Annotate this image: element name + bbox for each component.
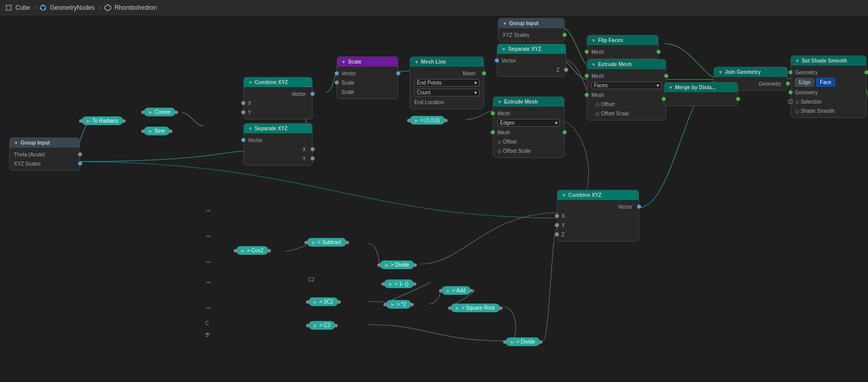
mesh-line-node[interactable]: ▼ Mesh Line Mesh End Points ▾ Count ▾: [410, 56, 484, 109]
mesh-line-header[interactable]: ▼ Mesh Line: [410, 57, 484, 67]
to-radians-socket-r: [122, 119, 126, 123]
topbar: Cube > GeometryNodes > Rhombohedron: [0, 0, 868, 15]
cube-icon: [5, 4, 12, 11]
to-radians-node[interactable]: ▶ To Radians: [82, 116, 123, 125]
group-input-top-node[interactable]: ▼ Group Input XYZ Scales: [498, 18, 565, 42]
three-c2-node[interactable]: ▶ > 3C2: [308, 297, 338, 306]
merge-by-dist-node[interactable]: ▼ Merge by Dista...: [664, 82, 738, 106]
join-geometry-header[interactable]: ▼ Join Geometry: [714, 67, 787, 77]
times2-node[interactable]: ▶ > *2: [386, 300, 411, 309]
separate-xyz-left-header[interactable]: ▼ Separate XYZ: [244, 124, 312, 133]
sine-node[interactable]: ▶ Sine: [144, 127, 170, 135]
separate-xyz-mid-node[interactable]: ▼ Separate XYZ Vector Z: [497, 44, 566, 77]
c2-label: C2: [308, 277, 315, 283]
cosine-node[interactable]: ▶ Cosine: [144, 108, 176, 116]
one-minus-node[interactable]: ▶ > 1- (): [384, 279, 414, 288]
flip-faces-node[interactable]: ▼ Flip Faces Mesh: [587, 35, 659, 59]
vec-1-0-0-node[interactable]: ▶ > (1,0,0): [410, 116, 445, 125]
divide-top-node[interactable]: ▶ > Divide: [380, 260, 414, 269]
scale-header[interactable]: ▼ Scale: [337, 57, 398, 67]
rhombohedron-icon: [104, 4, 111, 11]
geometry-nodes-label: GeometryNodes: [50, 4, 94, 11]
canvas: ▼ Group Input XYZ Scales ▼ Flip Faces Me…: [0, 15, 868, 382]
cube-label: Cube: [15, 4, 30, 11]
combine-xyz-left-node[interactable]: ▼ Combine XYZ Vector X Y: [243, 77, 313, 119]
add-node[interactable]: ▶ > Add: [441, 286, 471, 295]
subtract-node[interactable]: ▶ > Subtract: [307, 238, 346, 247]
extrude-mesh-top-node[interactable]: ▼ Extrude Mesh Mesh Faces ▾ Mesh ◇ Offse…: [587, 59, 666, 120]
svg-point-7: [41, 8, 42, 9]
rhombohedron-label: Rhombohedron: [114, 4, 157, 11]
separate-xyz-mid-header[interactable]: ▼ Separate XYZ: [497, 44, 566, 54]
merge-by-dist-header[interactable]: ▼ Merge by Dista...: [664, 83, 738, 92]
c3-node[interactable]: ▶ > C3: [308, 321, 335, 330]
edge-button[interactable]: Edge: [795, 78, 814, 87]
cos2-node[interactable]: ▶ > Cos2: [236, 246, 268, 255]
svg-point-8: [45, 8, 46, 9]
breadcrumb-sep2: >: [98, 5, 101, 11]
divide-bot-node[interactable]: ▶ > Divide: [506, 337, 540, 346]
combine-xyz-left-header[interactable]: ▼ Combine XYZ: [244, 77, 312, 87]
extrude-mesh-top-header[interactable]: ▼ Extrude Mesh: [587, 59, 666, 69]
separate-xyz-left-node[interactable]: ▼ Separate XYZ Vector X Y: [243, 123, 313, 166]
to-radians-socket-l: [79, 119, 83, 123]
group-input-left-header[interactable]: ▼ Group Input: [10, 138, 80, 148]
scale-node[interactable]: ▼ Scale Vector Scale Scale: [337, 56, 398, 99]
square-root-node[interactable]: ▶ > Square Root: [451, 304, 500, 312]
svg-marker-9: [105, 5, 111, 11]
group-input-left-node[interactable]: ▼ Group Input Theta (Acute) XYZ Scales: [9, 137, 80, 171]
breadcrumb-sep1: >: [33, 5, 36, 11]
extrude-mesh-mid-header[interactable]: ▼ Extrude Mesh: [493, 97, 564, 107]
flip-faces-header[interactable]: ▼ Flip Faces: [587, 35, 658, 45]
extrude-mesh-mid-node[interactable]: ▼ Extrude Mesh Mesh Edges ▾ Mesh ◇ Offse…: [493, 96, 565, 158]
face-button[interactable]: Face: [816, 78, 835, 87]
combine-xyz-bot-node[interactable]: ▼ Combine XYZ Vector X Y Z: [557, 190, 639, 242]
geometry-nodes-icon: [40, 4, 47, 11]
set-shade-smooth-header[interactable]: ▼ Set Shade Smooth: [791, 56, 866, 66]
set-shade-smooth-node[interactable]: ▼ Set Shade Smooth Geometry Edge Face Ge…: [790, 55, 866, 118]
group-input-top-header[interactable]: ▼ Group Input: [498, 18, 564, 28]
combine-xyz-bot-header[interactable]: ▼ Combine XYZ: [557, 190, 639, 200]
svg-point-6: [43, 5, 44, 6]
